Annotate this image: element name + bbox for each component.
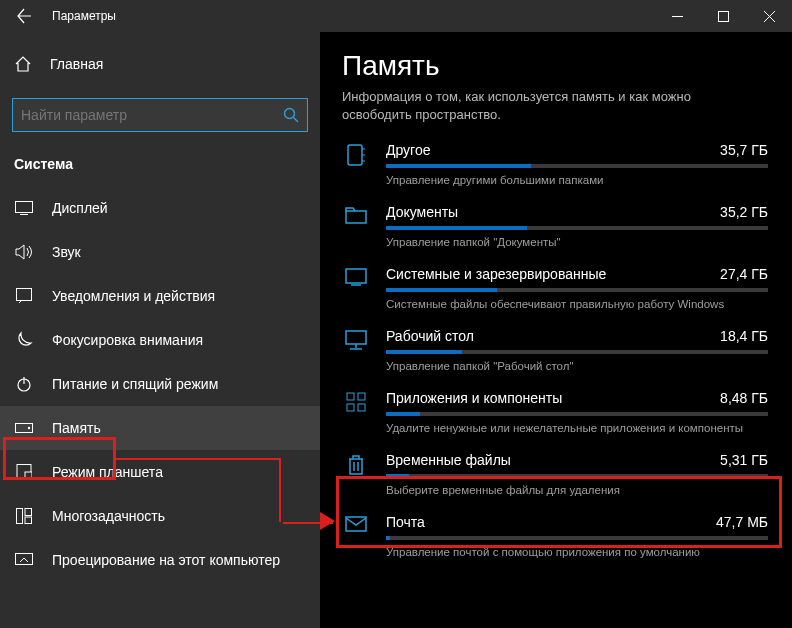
svg-rect-12 — [25, 472, 32, 480]
svg-point-10 — [28, 427, 30, 429]
sidebar-section-header: Система — [0, 150, 320, 186]
sidebar-home[interactable]: Главная — [0, 44, 320, 84]
cat-name: Временные файлы — [386, 452, 511, 468]
page-title: Память — [342, 50, 768, 82]
sidebar-item-focus[interactable]: Фокусировка внимания — [0, 318, 320, 362]
cat-bar — [386, 288, 768, 292]
cat-bar — [386, 350, 768, 354]
cat-size: 18,4 ГБ — [720, 328, 768, 344]
intro-text: Информация о том, как используется памят… — [342, 88, 768, 124]
search-input-wrap[interactable] — [12, 98, 308, 132]
category-apps[interactable]: Приложения и компоненты8,48 ГБ Удалите н… — [342, 390, 768, 434]
nav-label: Фокусировка внимания — [52, 332, 203, 348]
cat-desc: Выберите временные файлы для удаления — [386, 484, 768, 496]
cat-bar — [386, 474, 768, 478]
cat-size: 35,7 ГБ — [720, 142, 768, 158]
main-panel: Память Информация о том, как используетс… — [320, 32, 792, 628]
search-icon — [283, 107, 299, 123]
nav-label: Многозадачность — [52, 508, 165, 524]
cat-size: 27,4 ГБ — [720, 266, 768, 282]
nav-label: Режим планшета — [52, 464, 163, 480]
svg-rect-14 — [25, 509, 32, 516]
projecting-icon — [14, 553, 34, 567]
svg-rect-16 — [16, 554, 33, 565]
svg-rect-27 — [347, 393, 354, 400]
sidebar-item-display[interactable]: Дисплей — [0, 186, 320, 230]
documents-icon — [342, 204, 370, 248]
sidebar-item-storage[interactable]: Память — [0, 406, 320, 450]
category-desktop[interactable]: Рабочий стол18,4 ГБ Управление папкой "Р… — [342, 328, 768, 372]
category-mail[interactable]: Почта47,7 МБ Управление почтой с помощью… — [342, 514, 768, 558]
mail-icon — [342, 514, 370, 558]
maximize-button[interactable] — [700, 0, 746, 32]
svg-rect-30 — [358, 404, 365, 411]
storage-icon — [14, 423, 34, 433]
svg-point-2 — [285, 109, 295, 119]
cat-bar — [386, 536, 768, 540]
nav-label: Питание и спящий режим — [52, 376, 218, 392]
sidebar-item-tablet[interactable]: Режим планшета — [0, 450, 320, 494]
cat-bar — [386, 226, 768, 230]
cat-size: 5,31 ГБ — [720, 452, 768, 468]
svg-rect-22 — [346, 269, 366, 283]
cat-size: 8,48 ГБ — [720, 390, 768, 406]
nav-label: Память — [52, 420, 101, 436]
nav-label: Дисплей — [52, 200, 108, 216]
svg-rect-31 — [346, 517, 366, 531]
cat-desc: Системные файлы обеспечивают правильную … — [386, 298, 768, 310]
nav-label: Звук — [52, 244, 81, 260]
cat-desc: Управление другими большими папками — [386, 174, 768, 186]
power-icon — [14, 376, 34, 392]
svg-rect-1 — [718, 11, 728, 21]
sidebar-item-sound[interactable]: Звук — [0, 230, 320, 274]
nav-label: Проецирование на этот компьютер — [52, 552, 280, 568]
notifications-icon — [14, 288, 34, 304]
sidebar-item-power[interactable]: Питание и спящий режим — [0, 362, 320, 406]
sidebar: Главная Система Дисплей Звук Уведомления… — [0, 32, 320, 628]
cat-desc: Управление папкой "Документы" — [386, 236, 768, 248]
svg-rect-24 — [346, 331, 366, 344]
titlebar: Параметры — [0, 0, 792, 32]
cat-name: Документы — [386, 204, 458, 220]
trash-icon — [342, 452, 370, 496]
cat-name: Системные и зарезервированные — [386, 266, 606, 282]
category-other[interactable]: Другое35,7 ГБ Управление другими большим… — [342, 142, 768, 186]
svg-rect-28 — [358, 393, 365, 400]
display-icon — [14, 201, 34, 215]
svg-rect-17 — [348, 145, 362, 165]
cat-name: Рабочий стол — [386, 328, 474, 344]
category-temp[interactable]: Временные файлы5,31 ГБ Выберите временны… — [342, 452, 768, 496]
category-system[interactable]: Системные и зарезервированные27,4 ГБ Сис… — [342, 266, 768, 310]
cat-size: 35,2 ГБ — [720, 204, 768, 220]
cat-desc: Управление папкой "Рабочий стол" — [386, 360, 768, 372]
search-input[interactable] — [21, 107, 283, 123]
cat-bar — [386, 412, 768, 416]
system-icon — [342, 266, 370, 310]
sidebar-item-multitasking[interactable]: Многозадачность — [0, 494, 320, 538]
sound-icon — [14, 244, 34, 260]
svg-rect-21 — [346, 211, 366, 223]
focus-icon — [14, 331, 34, 349]
sidebar-item-projecting[interactable]: Проецирование на этот компьютер — [0, 538, 320, 582]
window-title: Параметры — [48, 9, 654, 23]
sidebar-home-label: Главная — [50, 56, 103, 72]
cat-name: Почта — [386, 514, 425, 530]
home-icon — [14, 55, 32, 73]
cat-bar — [386, 164, 768, 168]
svg-line-3 — [294, 118, 299, 123]
cat-name: Приложения и компоненты — [386, 390, 562, 406]
tablet-icon — [14, 464, 34, 480]
back-button[interactable] — [0, 0, 48, 32]
multitasking-icon — [14, 508, 34, 524]
other-icon — [342, 142, 370, 186]
minimize-button[interactable] — [654, 0, 700, 32]
nav-label: Уведомления и действия — [52, 288, 215, 304]
cat-size: 47,7 МБ — [716, 514, 768, 530]
svg-rect-29 — [347, 404, 354, 411]
svg-rect-15 — [25, 517, 32, 524]
desktop-icon — [342, 328, 370, 372]
sidebar-item-notifications[interactable]: Уведомления и действия — [0, 274, 320, 318]
close-button[interactable] — [746, 0, 792, 32]
category-documents[interactable]: Документы35,2 ГБ Управление папкой "Доку… — [342, 204, 768, 248]
svg-rect-6 — [17, 289, 32, 301]
